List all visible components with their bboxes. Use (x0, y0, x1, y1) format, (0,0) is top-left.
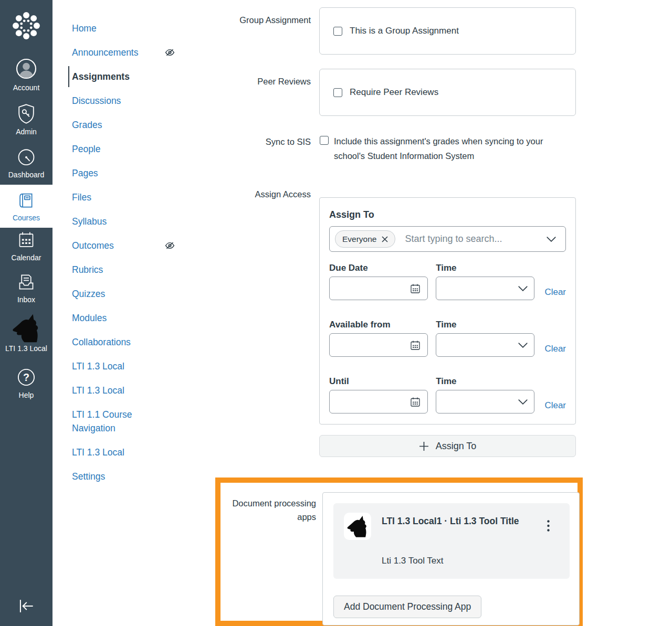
document-processing-highlight: Document processing apps LTI 1.3 Local1 … (215, 478, 583, 626)
available-from-label: Available from (329, 320, 428, 330)
sync-to-sis-checkbox[interactable] (320, 136, 329, 145)
group-assignment-label: Group Assignment (220, 13, 311, 27)
clear-link[interactable]: Clear (544, 344, 566, 354)
app-card-title: LTI 1.3 Local1 · Lti 1.3 Tool Title (382, 513, 539, 529)
until-input[interactable] (329, 390, 428, 413)
sidebar-item-label: Help (19, 391, 34, 399)
chevron-down-icon (518, 343, 528, 348)
sidebar-item-help[interactable]: ? Help (0, 366, 52, 399)
sync-to-sis-checkbox-label: Include this assignment's grades when sy… (334, 134, 560, 163)
nav-item-people[interactable]: People (52, 137, 210, 161)
nav-item-collaborations[interactable]: Collaborations (52, 330, 210, 354)
assign-to-heading: Assign To (329, 209, 566, 220)
group-assignment-checkbox[interactable] (333, 27, 342, 36)
peer-reviews-box: Require Peer Reviews (319, 69, 576, 116)
canvas-logo-icon (11, 10, 41, 41)
assignee-tag-label: Everyone (342, 235, 376, 244)
app-icon-tile (344, 513, 371, 540)
course-navigation: Home Announcements Assignments Discussio… (52, 16, 210, 489)
kebab-menu-button[interactable] (547, 520, 550, 532)
time-select[interactable] (436, 333, 534, 357)
nav-item-files[interactable]: Files (52, 185, 210, 209)
clear-link[interactable]: Clear (544, 400, 566, 411)
canvas-assignment-edit-page: Account Admin Dashboard (0, 0, 672, 626)
sidebar-item-account[interactable]: Account (0, 57, 52, 92)
nav-item-discussions[interactable]: Discussions (52, 89, 210, 113)
peer-reviews-checkbox[interactable] (333, 88, 342, 97)
nav-item-rubrics[interactable]: Rubrics (52, 258, 210, 282)
sidebar-item-label: Account (13, 83, 40, 92)
clear-link[interactable]: Clear (544, 287, 566, 298)
sidebar-item-label: Inbox (17, 295, 35, 304)
sidebar-item-calendar[interactable]: Calendar (0, 230, 52, 262)
nav-item-modules[interactable]: Modules (52, 306, 210, 330)
sidebar-collapse-button[interactable] (0, 596, 52, 616)
nav-item-home[interactable]: Home (52, 16, 210, 40)
document-processing-app-card: LTI 1.3 Local1 · Lti 1.3 Tool Title Lti … (333, 503, 570, 579)
nav-item-lti-13-local-1[interactable]: LTI 1.3 Local (52, 354, 210, 378)
nav-item-announcements[interactable]: Announcements (52, 40, 210, 65)
sidebar-item-label: LTI 1.3 Local (5, 344, 47, 353)
add-document-processing-app-button[interactable]: Add Document Processing App (333, 596, 481, 618)
add-assign-to-label: Assign To (436, 441, 477, 452)
nav-item-syllabus[interactable]: Syllabus (52, 209, 210, 234)
app-card-subtitle: Lti 1.3 Tool Text (382, 556, 444, 566)
chevron-down-icon (518, 286, 528, 291)
assign-access-label: Assign Access (220, 187, 311, 201)
chevron-down-icon (547, 237, 556, 242)
sidebar-item-dashboard[interactable]: Dashboard (0, 146, 52, 179)
global-sidebar: Account Admin Dashboard (0, 0, 52, 626)
time-label: Time (436, 376, 534, 387)
calendar-icon (410, 339, 421, 351)
due-date-row: Due Date Time Clear (329, 263, 566, 300)
calendar-icon (16, 230, 37, 251)
document-processing-label: Document processing apps (226, 496, 316, 524)
admin-shield-icon (15, 103, 37, 125)
nav-item-grades[interactable]: Grades (52, 113, 210, 137)
sidebar-item-inbox[interactable]: Inbox (0, 272, 52, 304)
time-label: Time (436, 263, 534, 273)
hidden-eye-icon (164, 240, 175, 251)
sidebar-item-admin[interactable]: Admin (0, 103, 52, 136)
nav-item-settings[interactable]: Settings (52, 464, 210, 489)
nav-item-lti-13-local-3[interactable]: LTI 1.3 Local (52, 440, 210, 464)
assignee-search-input[interactable] (404, 233, 538, 245)
peer-reviews-checkbox-label: Require Peer Reviews (350, 87, 438, 98)
sidebar-item-courses[interactable]: Courses (0, 185, 52, 228)
available-from-row: Available from Time Clear (329, 320, 566, 357)
assignee-tag[interactable]: Everyone (335, 230, 395, 248)
collapse-arrow-icon (16, 596, 36, 616)
nav-item-assignments[interactable]: Assignments (52, 65, 210, 89)
until-row: Until Time Clear (329, 376, 566, 413)
peer-reviews-label: Peer Reviews (220, 75, 311, 88)
group-assignment-checkbox-label: This is a Group Assignment (350, 26, 459, 36)
nav-item-lti-11-course-navigation[interactable]: LTI 1.1 Course Navigation (52, 402, 210, 440)
due-date-input[interactable] (329, 277, 428, 300)
unicorn-icon (346, 515, 369, 538)
document-processing-panel: LTI 1.3 Local1 · Lti 1.3 Tool Title Lti … (322, 492, 580, 625)
assignee-search-field[interactable]: Everyone (329, 226, 566, 252)
sidebar-item-lti-13-local[interactable]: LTI 1.3 Local (0, 313, 52, 353)
nav-item-quizzes[interactable]: Quizzes (52, 282, 210, 306)
courses-book-icon (16, 191, 37, 212)
sidebar-item-label: Calendar (12, 253, 41, 262)
nav-item-outcomes[interactable]: Outcomes (52, 234, 210, 258)
svg-text:?: ? (23, 372, 29, 383)
hidden-eye-icon (164, 47, 175, 58)
calendar-icon (410, 396, 421, 408)
kebab-dots-icon (547, 520, 550, 532)
calendar-icon (410, 283, 421, 294)
canvas-logo[interactable] (0, 10, 52, 41)
inbox-icon (16, 272, 37, 293)
account-avatar-icon (14, 57, 38, 81)
sidebar-item-label: Dashboard (8, 171, 45, 179)
nav-item-lti-13-local-2[interactable]: LTI 1.3 Local (52, 378, 210, 402)
nav-item-pages[interactable]: Pages (52, 161, 210, 185)
assign-access-panel: Assign To Everyone Due Date (319, 197, 576, 425)
time-select[interactable] (436, 390, 534, 413)
time-select[interactable] (436, 277, 534, 300)
add-assign-to-button[interactable]: Assign To (319, 435, 576, 457)
available-from-input[interactable] (329, 333, 428, 357)
sync-to-sis-label: Sync to SIS (220, 135, 311, 148)
remove-tag-icon[interactable] (382, 236, 388, 242)
